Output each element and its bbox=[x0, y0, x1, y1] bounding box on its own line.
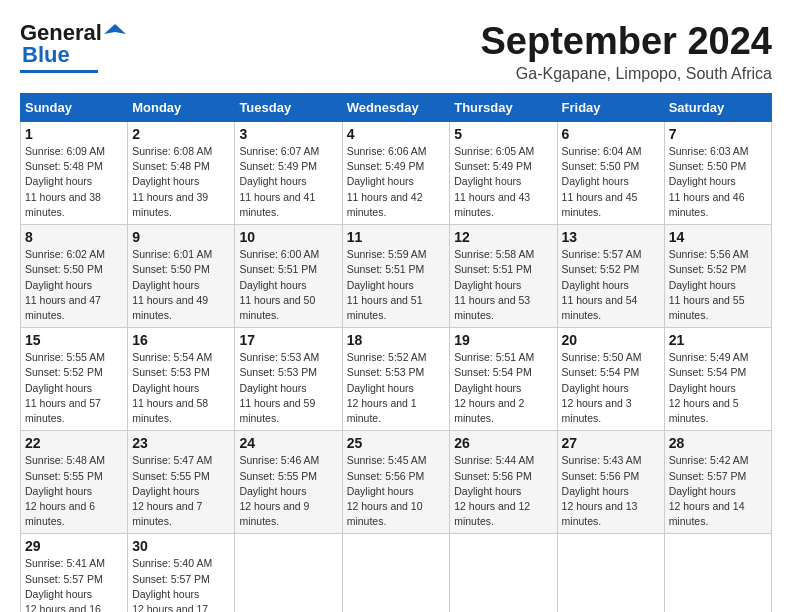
day-detail: Sunrise: 5:48 AMSunset: 5:55 PMDaylight … bbox=[25, 454, 105, 527]
day-detail: Sunrise: 5:45 AMSunset: 5:56 PMDaylight … bbox=[347, 454, 427, 527]
table-row: 4 Sunrise: 6:06 AMSunset: 5:49 PMDayligh… bbox=[342, 122, 450, 225]
title-block: September 2024 Ga-Kgapane, Limpopo, Sout… bbox=[481, 20, 773, 83]
table-row: 21 Sunrise: 5:49 AMSunset: 5:54 PMDaylig… bbox=[664, 328, 771, 431]
day-detail: Sunrise: 5:53 AMSunset: 5:53 PMDaylight … bbox=[239, 351, 319, 424]
page-header: General Blue September 2024 Ga-Kgapane, … bbox=[20, 20, 772, 83]
day-number: 20 bbox=[562, 332, 660, 348]
day-detail: Sunrise: 5:58 AMSunset: 5:51 PMDaylight … bbox=[454, 248, 534, 321]
table-row bbox=[557, 534, 664, 612]
table-row bbox=[664, 534, 771, 612]
day-number: 24 bbox=[239, 435, 337, 451]
table-row: 22 Sunrise: 5:48 AMSunset: 5:55 PMDaylig… bbox=[21, 431, 128, 534]
day-number: 23 bbox=[132, 435, 230, 451]
month-title: September 2024 bbox=[481, 20, 773, 63]
col-monday: Monday bbox=[128, 94, 235, 122]
day-detail: Sunrise: 5:54 AMSunset: 5:53 PMDaylight … bbox=[132, 351, 212, 424]
table-row: 9 Sunrise: 6:01 AMSunset: 5:50 PMDayligh… bbox=[128, 225, 235, 328]
day-number: 10 bbox=[239, 229, 337, 245]
logo: General Blue bbox=[20, 20, 126, 73]
col-sunday: Sunday bbox=[21, 94, 128, 122]
day-number: 28 bbox=[669, 435, 767, 451]
table-row: 2 Sunrise: 6:08 AMSunset: 5:48 PMDayligh… bbox=[128, 122, 235, 225]
table-row bbox=[235, 534, 342, 612]
day-detail: Sunrise: 6:00 AMSunset: 5:51 PMDaylight … bbox=[239, 248, 319, 321]
logo-underline bbox=[20, 70, 98, 73]
table-row: 10 Sunrise: 6:00 AMSunset: 5:51 PMDaylig… bbox=[235, 225, 342, 328]
day-detail: Sunrise: 5:56 AMSunset: 5:52 PMDaylight … bbox=[669, 248, 749, 321]
day-detail: Sunrise: 5:46 AMSunset: 5:55 PMDaylight … bbox=[239, 454, 319, 527]
table-row: 7 Sunrise: 6:03 AMSunset: 5:50 PMDayligh… bbox=[664, 122, 771, 225]
col-wednesday: Wednesday bbox=[342, 94, 450, 122]
day-number: 7 bbox=[669, 126, 767, 142]
table-row: 6 Sunrise: 6:04 AMSunset: 5:50 PMDayligh… bbox=[557, 122, 664, 225]
table-row: 8 Sunrise: 6:02 AMSunset: 5:50 PMDayligh… bbox=[21, 225, 128, 328]
logo-blue: Blue bbox=[22, 42, 70, 68]
svg-marker-0 bbox=[104, 24, 126, 34]
day-detail: Sunrise: 6:02 AMSunset: 5:50 PMDaylight … bbox=[25, 248, 105, 321]
day-number: 13 bbox=[562, 229, 660, 245]
day-number: 14 bbox=[669, 229, 767, 245]
table-row: 18 Sunrise: 5:52 AMSunset: 5:53 PMDaylig… bbox=[342, 328, 450, 431]
table-row: 15 Sunrise: 5:55 AMSunset: 5:52 PMDaylig… bbox=[21, 328, 128, 431]
day-number: 11 bbox=[347, 229, 446, 245]
table-row: 16 Sunrise: 5:54 AMSunset: 5:53 PMDaylig… bbox=[128, 328, 235, 431]
day-number: 12 bbox=[454, 229, 552, 245]
logo-bird-icon bbox=[104, 22, 126, 44]
day-number: 18 bbox=[347, 332, 446, 348]
table-row: 5 Sunrise: 6:05 AMSunset: 5:49 PMDayligh… bbox=[450, 122, 557, 225]
day-detail: Sunrise: 5:49 AMSunset: 5:54 PMDaylight … bbox=[669, 351, 749, 424]
table-row: 23 Sunrise: 5:47 AMSunset: 5:55 PMDaylig… bbox=[128, 431, 235, 534]
day-number: 4 bbox=[347, 126, 446, 142]
col-thursday: Thursday bbox=[450, 94, 557, 122]
day-detail: Sunrise: 5:59 AMSunset: 5:51 PMDaylight … bbox=[347, 248, 427, 321]
table-row: 13 Sunrise: 5:57 AMSunset: 5:52 PMDaylig… bbox=[557, 225, 664, 328]
day-number: 3 bbox=[239, 126, 337, 142]
day-number: 9 bbox=[132, 229, 230, 245]
table-row: 24 Sunrise: 5:46 AMSunset: 5:55 PMDaylig… bbox=[235, 431, 342, 534]
day-detail: Sunrise: 6:05 AMSunset: 5:49 PMDaylight … bbox=[454, 145, 534, 218]
day-detail: Sunrise: 5:51 AMSunset: 5:54 PMDaylight … bbox=[454, 351, 534, 424]
day-number: 5 bbox=[454, 126, 552, 142]
day-detail: Sunrise: 5:47 AMSunset: 5:55 PMDaylight … bbox=[132, 454, 212, 527]
calendar-table: Sunday Monday Tuesday Wednesday Thursday… bbox=[20, 93, 772, 612]
day-detail: Sunrise: 6:07 AMSunset: 5:49 PMDaylight … bbox=[239, 145, 319, 218]
table-row: 11 Sunrise: 5:59 AMSunset: 5:51 PMDaylig… bbox=[342, 225, 450, 328]
day-number: 1 bbox=[25, 126, 123, 142]
day-detail: Sunrise: 6:03 AMSunset: 5:50 PMDaylight … bbox=[669, 145, 749, 218]
table-row: 29 Sunrise: 5:41 AMSunset: 5:57 PMDaylig… bbox=[21, 534, 128, 612]
day-detail: Sunrise: 5:41 AMSunset: 5:57 PMDaylight … bbox=[25, 557, 105, 612]
location-title: Ga-Kgapane, Limpopo, South Africa bbox=[481, 65, 773, 83]
day-number: 21 bbox=[669, 332, 767, 348]
day-detail: Sunrise: 5:42 AMSunset: 5:57 PMDaylight … bbox=[669, 454, 749, 527]
day-detail: Sunrise: 6:04 AMSunset: 5:50 PMDaylight … bbox=[562, 145, 642, 218]
day-number: 19 bbox=[454, 332, 552, 348]
day-detail: Sunrise: 6:09 AMSunset: 5:48 PMDaylight … bbox=[25, 145, 105, 218]
table-row: 1 Sunrise: 6:09 AMSunset: 5:48 PMDayligh… bbox=[21, 122, 128, 225]
day-number: 22 bbox=[25, 435, 123, 451]
table-row: 25 Sunrise: 5:45 AMSunset: 5:56 PMDaylig… bbox=[342, 431, 450, 534]
table-row: 28 Sunrise: 5:42 AMSunset: 5:57 PMDaylig… bbox=[664, 431, 771, 534]
day-number: 2 bbox=[132, 126, 230, 142]
day-detail: Sunrise: 5:43 AMSunset: 5:56 PMDaylight … bbox=[562, 454, 642, 527]
table-row bbox=[342, 534, 450, 612]
table-row: 3 Sunrise: 6:07 AMSunset: 5:49 PMDayligh… bbox=[235, 122, 342, 225]
day-detail: Sunrise: 5:50 AMSunset: 5:54 PMDaylight … bbox=[562, 351, 642, 424]
day-number: 16 bbox=[132, 332, 230, 348]
day-detail: Sunrise: 5:57 AMSunset: 5:52 PMDaylight … bbox=[562, 248, 642, 321]
day-detail: Sunrise: 6:06 AMSunset: 5:49 PMDaylight … bbox=[347, 145, 427, 218]
day-number: 26 bbox=[454, 435, 552, 451]
day-number: 17 bbox=[239, 332, 337, 348]
day-detail: Sunrise: 6:08 AMSunset: 5:48 PMDaylight … bbox=[132, 145, 212, 218]
day-number: 15 bbox=[25, 332, 123, 348]
col-friday: Friday bbox=[557, 94, 664, 122]
col-saturday: Saturday bbox=[664, 94, 771, 122]
day-detail: Sunrise: 5:40 AMSunset: 5:57 PMDaylight … bbox=[132, 557, 212, 612]
table-row: 19 Sunrise: 5:51 AMSunset: 5:54 PMDaylig… bbox=[450, 328, 557, 431]
col-tuesday: Tuesday bbox=[235, 94, 342, 122]
day-number: 30 bbox=[132, 538, 230, 554]
table-row: 27 Sunrise: 5:43 AMSunset: 5:56 PMDaylig… bbox=[557, 431, 664, 534]
table-row: 12 Sunrise: 5:58 AMSunset: 5:51 PMDaylig… bbox=[450, 225, 557, 328]
table-row: 30 Sunrise: 5:40 AMSunset: 5:57 PMDaylig… bbox=[128, 534, 235, 612]
table-row: 14 Sunrise: 5:56 AMSunset: 5:52 PMDaylig… bbox=[664, 225, 771, 328]
day-detail: Sunrise: 6:01 AMSunset: 5:50 PMDaylight … bbox=[132, 248, 212, 321]
